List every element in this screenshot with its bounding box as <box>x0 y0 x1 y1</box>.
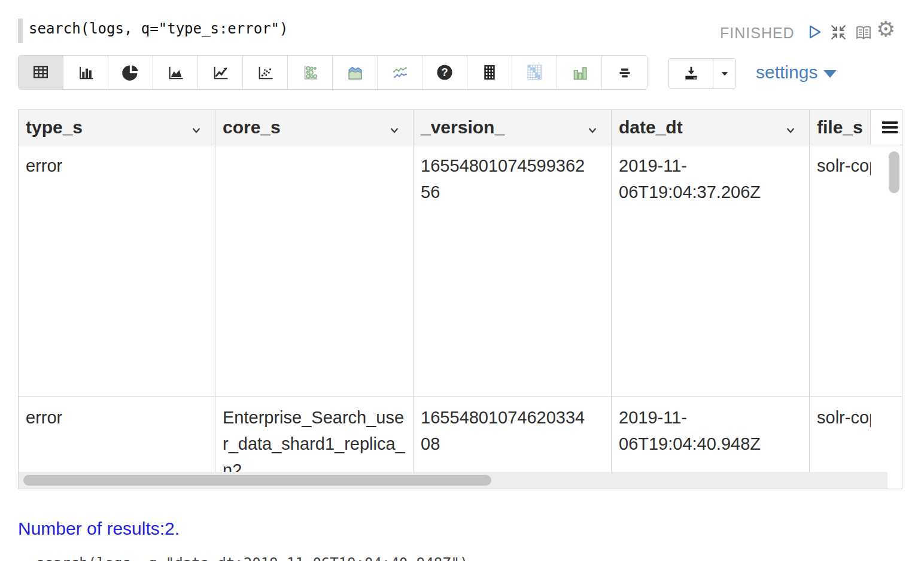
scatter-chart-button[interactable] <box>243 56 288 89</box>
cell-date_dt: 2019-11-06T19:04:40.948Z <box>612 397 810 472</box>
pivot-grid-icon <box>480 62 499 83</box>
table-icon <box>31 63 51 82</box>
column-menu-chevron-icon[interactable] <box>784 121 797 141</box>
horizontal-scrollbar-thumb[interactable] <box>23 475 491 486</box>
multi-line-chart-icon <box>389 62 411 83</box>
caret-down-icon <box>718 67 731 80</box>
funnel-chart-icon <box>615 63 635 81</box>
column-label: file_s <box>817 117 863 138</box>
bubble-chart-icon <box>300 62 320 83</box>
area-chart-button[interactable] <box>153 56 198 89</box>
cell-type_s: error <box>19 397 215 472</box>
cell-core_s: Enterprise_Search_user_data_shard1_repli… <box>215 397 414 472</box>
settings-link[interactable]: settings <box>756 62 837 83</box>
column-header-date_dt[interactable]: date_dt <box>612 110 810 145</box>
pie-chart-button[interactable] <box>108 56 153 89</box>
cell-date_dt: 2019-11-06T19:04:37.206Z <box>612 145 810 397</box>
column-label: core_s <box>223 117 281 138</box>
paragraph-code[interactable]: search(logs, q="type_s:error") <box>29 20 288 37</box>
next-paragraph-clipped-code[interactable]: search(logs, q="date_dt:2019-11-06T19:04… <box>36 555 874 561</box>
help-icon: ? <box>435 63 454 82</box>
chart-type-toolbar: ? <box>18 55 648 90</box>
cell-type_s: error <box>19 145 215 397</box>
stacked-area-chart-icon <box>345 62 365 83</box>
pie-chart-icon <box>121 63 140 82</box>
shrink-icon[interactable] <box>829 23 847 41</box>
area-chart-icon <box>165 63 186 82</box>
column-header-file_s[interactable]: file_s <box>810 110 871 145</box>
cell-core_s <box>215 145 414 397</box>
table-header-row: type_s core_s _version_ date_dt file_s <box>19 110 902 145</box>
column-menu-chevron-icon[interactable] <box>586 121 599 141</box>
line-chart-icon <box>210 63 230 82</box>
help-button[interactable]: ? <box>423 56 467 89</box>
vertical-scrollbar[interactable] <box>889 151 899 193</box>
column-header-_version_[interactable]: _version_ <box>414 110 612 145</box>
column-label: type_s <box>26 117 83 138</box>
table-row: error Enterprise_Search_user_data_shard1… <box>19 397 902 472</box>
results-table: type_s core_s _version_ date_dt file_s <box>18 109 902 489</box>
settings-caret-icon <box>823 70 837 78</box>
column-header-core_s[interactable]: core_s <box>215 110 414 145</box>
bar-chart-icon <box>75 63 96 82</box>
grid-menu-button[interactable] <box>871 110 902 145</box>
stacked-area-chart-button[interactable] <box>333 56 378 89</box>
funnel-chart-button[interactable] <box>602 56 647 89</box>
table-row: error 1655480107459936256 2019-11-06T19:… <box>19 145 902 397</box>
scatter-chart-icon <box>255 63 275 82</box>
column-header-type_s[interactable]: type_s <box>19 110 215 145</box>
paragraph-edit-bar <box>18 19 23 43</box>
line-chart-button[interactable] <box>198 56 243 89</box>
column-chart-icon <box>569 62 589 83</box>
column-label: _version_ <box>421 117 504 138</box>
settings-label: settings <box>756 62 817 83</box>
pivot-grid-button[interactable] <box>467 56 512 89</box>
svg-text:?: ? <box>441 66 448 78</box>
results-count-text: Number of results:2. <box>18 519 180 539</box>
table-body: error 1655480107459936256 2019-11-06T19:… <box>19 145 902 472</box>
multi-line-chart-button[interactable] <box>378 56 423 89</box>
hamburger-menu-icon <box>882 119 898 136</box>
bar-chart-button[interactable] <box>63 56 108 89</box>
download-icon <box>682 65 700 83</box>
book-icon[interactable] <box>854 23 872 41</box>
heatmap-button[interactable] <box>512 56 557 89</box>
column-menu-chevron-icon[interactable] <box>388 121 401 141</box>
run-icon[interactable] <box>806 23 823 41</box>
gear-icon[interactable]: ⚙ <box>876 19 895 40</box>
cell-file_s: solr-copy <box>810 397 871 472</box>
column-menu-chevron-icon[interactable] <box>190 121 203 141</box>
cell-file_s: solr-copy <box>810 145 871 397</box>
download-options-button[interactable] <box>713 59 735 89</box>
paragraph-status: FINISHED <box>720 25 795 42</box>
cell-_version_: 1655480107462033408 <box>414 397 612 472</box>
download-button[interactable] <box>669 59 713 89</box>
bubble-chart-button[interactable] <box>288 56 333 89</box>
column-label: date_dt <box>619 117 683 138</box>
download-split-button <box>668 58 736 89</box>
heatmap-icon <box>524 62 545 83</box>
cell-_version_: 1655480107459936256 <box>414 145 612 397</box>
table-chart-button[interactable] <box>19 56 63 89</box>
horizontal-scrollbar-track[interactable] <box>19 472 887 489</box>
column-chart-button[interactable] <box>557 56 602 89</box>
